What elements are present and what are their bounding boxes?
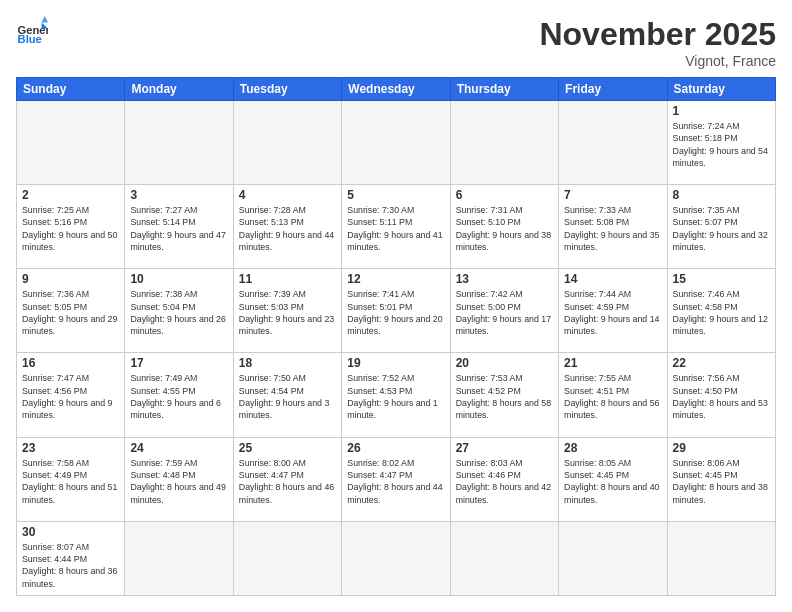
week-row-2: 9Sunrise: 7:36 AM Sunset: 5:05 PM Daylig… <box>17 269 776 353</box>
day-number: 26 <box>347 441 444 455</box>
day-number: 21 <box>564 356 661 370</box>
day-info: Sunrise: 7:56 AM Sunset: 4:50 PM Dayligh… <box>673 372 770 421</box>
day-info: Sunrise: 8:03 AM Sunset: 4:46 PM Dayligh… <box>456 457 553 506</box>
calendar-cell: 29Sunrise: 8:06 AM Sunset: 4:45 PM Dayli… <box>667 437 775 521</box>
calendar-cell <box>233 101 341 185</box>
calendar-cell <box>17 101 125 185</box>
day-number: 4 <box>239 188 336 202</box>
day-info: Sunrise: 8:05 AM Sunset: 4:45 PM Dayligh… <box>564 457 661 506</box>
day-number: 14 <box>564 272 661 286</box>
day-info: Sunrise: 8:00 AM Sunset: 4:47 PM Dayligh… <box>239 457 336 506</box>
day-info: Sunrise: 7:59 AM Sunset: 4:48 PM Dayligh… <box>130 457 227 506</box>
day-number: 12 <box>347 272 444 286</box>
calendar-cell: 16Sunrise: 7:47 AM Sunset: 4:56 PM Dayli… <box>17 353 125 437</box>
day-info: Sunrise: 8:06 AM Sunset: 4:45 PM Dayligh… <box>673 457 770 506</box>
day-info: Sunrise: 7:52 AM Sunset: 4:53 PM Dayligh… <box>347 372 444 421</box>
day-info: Sunrise: 8:07 AM Sunset: 4:44 PM Dayligh… <box>22 541 119 590</box>
day-number: 20 <box>456 356 553 370</box>
calendar-cell: 5Sunrise: 7:30 AM Sunset: 5:11 PM Daylig… <box>342 185 450 269</box>
logo-icon: General Blue <box>16 16 48 48</box>
day-number: 18 <box>239 356 336 370</box>
day-info: Sunrise: 7:31 AM Sunset: 5:10 PM Dayligh… <box>456 204 553 253</box>
calendar-cell <box>559 101 667 185</box>
title-area: November 2025 Vignot, France <box>539 16 776 69</box>
calendar-cell: 20Sunrise: 7:53 AM Sunset: 4:52 PM Dayli… <box>450 353 558 437</box>
calendar-cell: 8Sunrise: 7:35 AM Sunset: 5:07 PM Daylig… <box>667 185 775 269</box>
calendar-cell <box>125 521 233 595</box>
day-number: 9 <box>22 272 119 286</box>
svg-text:Blue: Blue <box>18 33 42 45</box>
col-friday: Friday <box>559 78 667 101</box>
day-number: 7 <box>564 188 661 202</box>
calendar-cell: 18Sunrise: 7:50 AM Sunset: 4:54 PM Dayli… <box>233 353 341 437</box>
day-number: 27 <box>456 441 553 455</box>
week-row-3: 16Sunrise: 7:47 AM Sunset: 4:56 PM Dayli… <box>17 353 776 437</box>
day-number: 8 <box>673 188 770 202</box>
calendar-cell: 10Sunrise: 7:38 AM Sunset: 5:04 PM Dayli… <box>125 269 233 353</box>
calendar-cell: 30Sunrise: 8:07 AM Sunset: 4:44 PM Dayli… <box>17 521 125 595</box>
day-info: Sunrise: 7:36 AM Sunset: 5:05 PM Dayligh… <box>22 288 119 337</box>
day-info: Sunrise: 7:58 AM Sunset: 4:49 PM Dayligh… <box>22 457 119 506</box>
day-info: Sunrise: 7:46 AM Sunset: 4:58 PM Dayligh… <box>673 288 770 337</box>
day-number: 2 <box>22 188 119 202</box>
day-number: 10 <box>130 272 227 286</box>
day-info: Sunrise: 7:41 AM Sunset: 5:01 PM Dayligh… <box>347 288 444 337</box>
day-info: Sunrise: 7:47 AM Sunset: 4:56 PM Dayligh… <box>22 372 119 421</box>
day-info: Sunrise: 7:28 AM Sunset: 5:13 PM Dayligh… <box>239 204 336 253</box>
day-number: 22 <box>673 356 770 370</box>
calendar-cell <box>450 521 558 595</box>
day-number: 25 <box>239 441 336 455</box>
day-info: Sunrise: 7:39 AM Sunset: 5:03 PM Dayligh… <box>239 288 336 337</box>
calendar-cell: 26Sunrise: 8:02 AM Sunset: 4:47 PM Dayli… <box>342 437 450 521</box>
calendar-cell: 17Sunrise: 7:49 AM Sunset: 4:55 PM Dayli… <box>125 353 233 437</box>
calendar: Sunday Monday Tuesday Wednesday Thursday… <box>16 77 776 596</box>
week-row-0: 1Sunrise: 7:24 AM Sunset: 5:18 PM Daylig… <box>17 101 776 185</box>
day-number: 17 <box>130 356 227 370</box>
day-info: Sunrise: 7:25 AM Sunset: 5:16 PM Dayligh… <box>22 204 119 253</box>
col-wednesday: Wednesday <box>342 78 450 101</box>
day-info: Sunrise: 7:50 AM Sunset: 4:54 PM Dayligh… <box>239 372 336 421</box>
day-info: Sunrise: 7:24 AM Sunset: 5:18 PM Dayligh… <box>673 120 770 169</box>
day-number: 6 <box>456 188 553 202</box>
calendar-cell <box>342 101 450 185</box>
calendar-cell <box>233 521 341 595</box>
calendar-cell: 4Sunrise: 7:28 AM Sunset: 5:13 PM Daylig… <box>233 185 341 269</box>
calendar-cell: 13Sunrise: 7:42 AM Sunset: 5:00 PM Dayli… <box>450 269 558 353</box>
col-tuesday: Tuesday <box>233 78 341 101</box>
calendar-cell: 3Sunrise: 7:27 AM Sunset: 5:14 PM Daylig… <box>125 185 233 269</box>
day-number: 19 <box>347 356 444 370</box>
day-number: 24 <box>130 441 227 455</box>
calendar-cell: 27Sunrise: 8:03 AM Sunset: 4:46 PM Dayli… <box>450 437 558 521</box>
location: Vignot, France <box>539 53 776 69</box>
calendar-cell <box>342 521 450 595</box>
calendar-cell: 9Sunrise: 7:36 AM Sunset: 5:05 PM Daylig… <box>17 269 125 353</box>
day-info: Sunrise: 7:42 AM Sunset: 5:00 PM Dayligh… <box>456 288 553 337</box>
calendar-cell: 15Sunrise: 7:46 AM Sunset: 4:58 PM Dayli… <box>667 269 775 353</box>
day-number: 13 <box>456 272 553 286</box>
day-info: Sunrise: 8:02 AM Sunset: 4:47 PM Dayligh… <box>347 457 444 506</box>
calendar-cell: 23Sunrise: 7:58 AM Sunset: 4:49 PM Dayli… <box>17 437 125 521</box>
calendar-cell: 19Sunrise: 7:52 AM Sunset: 4:53 PM Dayli… <box>342 353 450 437</box>
week-row-4: 23Sunrise: 7:58 AM Sunset: 4:49 PM Dayli… <box>17 437 776 521</box>
calendar-cell <box>559 521 667 595</box>
col-thursday: Thursday <box>450 78 558 101</box>
day-number: 3 <box>130 188 227 202</box>
col-saturday: Saturday <box>667 78 775 101</box>
day-number: 16 <box>22 356 119 370</box>
calendar-cell <box>125 101 233 185</box>
calendar-cell: 6Sunrise: 7:31 AM Sunset: 5:10 PM Daylig… <box>450 185 558 269</box>
page: General Blue November 2025 Vignot, Franc… <box>0 0 792 612</box>
calendar-cell: 2Sunrise: 7:25 AM Sunset: 5:16 PM Daylig… <box>17 185 125 269</box>
calendar-cell: 24Sunrise: 7:59 AM Sunset: 4:48 PM Dayli… <box>125 437 233 521</box>
header: General Blue November 2025 Vignot, Franc… <box>16 16 776 69</box>
calendar-cell: 28Sunrise: 8:05 AM Sunset: 4:45 PM Dayli… <box>559 437 667 521</box>
logo: General Blue <box>16 16 48 48</box>
calendar-cell <box>667 521 775 595</box>
calendar-cell <box>450 101 558 185</box>
day-info: Sunrise: 7:53 AM Sunset: 4:52 PM Dayligh… <box>456 372 553 421</box>
day-number: 1 <box>673 104 770 118</box>
day-info: Sunrise: 7:35 AM Sunset: 5:07 PM Dayligh… <box>673 204 770 253</box>
col-sunday: Sunday <box>17 78 125 101</box>
day-info: Sunrise: 7:38 AM Sunset: 5:04 PM Dayligh… <box>130 288 227 337</box>
month-title: November 2025 <box>539 16 776 53</box>
